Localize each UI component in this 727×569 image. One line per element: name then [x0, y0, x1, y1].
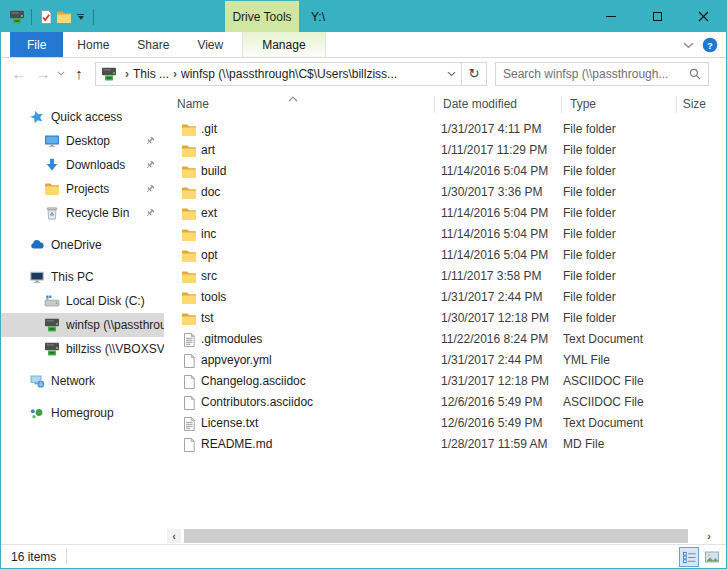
breadcrumb-root[interactable]: This ...	[133, 67, 169, 81]
forward-button[interactable]: →	[31, 62, 55, 86]
file-name-cell: opt	[201, 248, 426, 262]
table-row[interactable]: opt11/14/2016 5:04 PMFile folder	[164, 245, 726, 266]
file-name-cell: .gitmodules	[201, 332, 426, 346]
date-modified-cell: 1/31/2017 2:44 PM	[441, 353, 542, 367]
drive-tools-tab-group[interactable]: Drive Tools	[225, 1, 299, 32]
sidebar-item-recycle-bin[interactable]: Recycle Bin	[1, 201, 164, 225]
sidebar-item-desktop[interactable]: Desktop	[1, 129, 164, 153]
forward-icon: →	[36, 65, 51, 82]
properties-button[interactable]	[37, 9, 55, 25]
back-button[interactable]: ←	[7, 62, 31, 86]
table-row[interactable]: build11/14/2016 5:04 PMFile folder	[164, 161, 726, 182]
table-row[interactable]: ext11/14/2016 5:04 PMFile folder	[164, 203, 726, 224]
table-row[interactable]: tools1/31/2017 2:44 PMFile folder	[164, 287, 726, 308]
date-modified-cell: 1/30/2017 3:36 PM	[441, 185, 542, 199]
file-list-pane: Name Date modified Type Size .git1/31/20…	[164, 89, 726, 544]
minimize-icon	[606, 16, 616, 17]
sidebar-item-winfsp-passthrou[interactable]: winfsp (\\passthrou	[1, 313, 164, 337]
window-title: Y:\	[311, 1, 325, 32]
network-drive-icon	[44, 317, 60, 333]
column-divider[interactable]	[561, 96, 562, 113]
table-row[interactable]: Contributors.asciidoc12/6/2016 5:49 PMAS…	[164, 392, 726, 413]
sidebar-item-projects[interactable]: Projects	[1, 177, 164, 201]
blank-document-icon	[181, 374, 197, 390]
table-row[interactable]: .git1/31/2017 4:11 PMFile folder	[164, 119, 726, 140]
sidebar-item-label: OneDrive	[51, 238, 102, 252]
toolbar-separator	[31, 9, 32, 25]
scroll-right-icon[interactable]: ›	[702, 529, 716, 543]
column-header-date-modified[interactable]: Date modified	[443, 97, 517, 111]
customize-toolbar-dropdown[interactable]	[77, 14, 84, 20]
tab-view[interactable]: View	[183, 32, 237, 57]
date-modified-cell: 1/28/2017 11:59 AM	[441, 437, 548, 451]
type-cell: Text Document	[563, 416, 643, 430]
column-header-size[interactable]: Size	[676, 97, 706, 111]
file-name-cell: tools	[201, 290, 426, 304]
tab-manage[interactable]: Manage	[242, 32, 325, 57]
table-row[interactable]: inc11/14/2016 5:04 PMFile folder	[164, 224, 726, 245]
scroll-left-icon[interactable]: ‹	[167, 529, 181, 543]
sidebar-item-network[interactable]: Network	[1, 369, 164, 393]
sidebar-item-local-disk-c[interactable]: Local Disk (C:)	[1, 289, 164, 313]
table-row[interactable]: .gitmodules11/22/2016 8:24 PMText Docume…	[164, 329, 726, 350]
explorer-window: Drive Tools Y:\ File Home Share View Man…	[0, 0, 727, 569]
up-button[interactable]: ↑	[67, 62, 91, 86]
date-modified-cell: 1/30/2017 12:18 PM	[441, 311, 549, 325]
sidebar-item-billziss-vboxsvr[interactable]: billziss (\\VBOXSVR)	[1, 337, 164, 361]
column-header-type[interactable]: Type	[570, 97, 596, 111]
new-folder-button[interactable]	[55, 9, 73, 25]
file-name-cell: .git	[201, 122, 426, 136]
table-row[interactable]: License.txt12/6/2016 5:49 PMText Documen…	[164, 413, 726, 434]
breadcrumb-current[interactable]: winfsp (\\passthrough\C$\Users\billziss.…	[181, 67, 397, 81]
thumbnails-view-button[interactable]	[702, 547, 722, 567]
table-row[interactable]: appveyor.yml1/31/2017 2:44 PMYML File	[164, 350, 726, 371]
table-row[interactable]: doc1/30/2017 3:36 PMFile folder	[164, 182, 726, 203]
sidebar-item-label: Quick access	[51, 110, 122, 124]
sidebar-item-label: Recycle Bin	[66, 206, 129, 220]
tab-file[interactable]: File	[10, 32, 63, 57]
column-divider[interactable]	[434, 96, 435, 113]
items-count: 16 items	[11, 550, 56, 564]
quick-access-toolbar	[8, 9, 99, 25]
sidebar-item-quick-access[interactable]: Quick access	[1, 105, 164, 129]
sidebar-item-homegroup[interactable]: Homegroup	[1, 401, 164, 425]
pin-icon	[144, 183, 156, 195]
status-bar: 16 items	[1, 544, 726, 568]
type-cell: File folder	[563, 143, 616, 157]
maximize-button[interactable]	[634, 1, 680, 32]
window-controls	[588, 1, 726, 32]
date-modified-cell: 11/14/2016 5:04 PM	[441, 227, 548, 241]
minimize-button[interactable]	[588, 1, 634, 32]
sidebar-item-downloads[interactable]: Downloads	[1, 153, 164, 177]
column-header-name[interactable]: Name	[177, 97, 209, 111]
recent-locations-dropdown[interactable]	[55, 71, 67, 76]
close-button[interactable]	[680, 1, 726, 32]
search-icon[interactable]	[688, 67, 702, 81]
refresh-button[interactable]: ↻	[462, 63, 486, 85]
blank-document-icon	[181, 395, 197, 411]
address-dropdown-button[interactable]	[441, 63, 461, 85]
tab-home[interactable]: Home	[63, 32, 123, 57]
scrollbar-thumb[interactable]	[184, 529, 688, 543]
table-row[interactable]: Changelog.asciidoc1/31/2017 12:18 PMASCI…	[164, 371, 726, 392]
search-input[interactable]	[496, 67, 682, 81]
onedrive-icon	[29, 237, 45, 253]
table-row[interactable]: src1/11/2017 3:58 PMFile folder	[164, 266, 726, 287]
star-icon	[29, 109, 45, 125]
table-row[interactable]: README.md1/28/2017 11:59 AMMD File	[164, 434, 726, 455]
details-view-button[interactable]	[679, 547, 699, 567]
table-row[interactable]: art1/11/2017 11:29 PMFile folder	[164, 140, 726, 161]
sidebar-item-this-pc[interactable]: This PC	[1, 265, 164, 289]
table-row[interactable]: tst1/30/2017 12:18 PMFile folder	[164, 308, 726, 329]
tab-share[interactable]: Share	[123, 32, 183, 57]
horizontal-scrollbar[interactable]: ‹ ›	[164, 529, 726, 543]
type-cell: File folder	[563, 311, 616, 325]
address-bar[interactable]: › This ... › winfsp (\\passthrough\C$\Us…	[95, 62, 487, 86]
sidebar-item-onedrive[interactable]: OneDrive	[1, 233, 164, 257]
help-button[interactable]: ?	[702, 37, 718, 53]
file-name-cell: build	[201, 164, 426, 178]
network-drive-icon	[8, 9, 26, 25]
expand-ribbon-button[interactable]	[683, 42, 694, 49]
maximize-icon	[653, 12, 662, 21]
file-name-cell: Contributors.asciidoc	[201, 395, 426, 409]
